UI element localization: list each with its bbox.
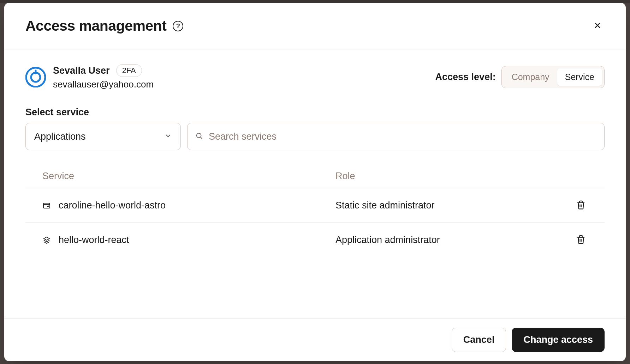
toggle-service[interactable]: Service [557, 68, 602, 86]
table-row: hello-world-react Application administra… [25, 223, 605, 257]
application-icon [42, 236, 51, 244]
modal-body: Sevalla User 2FA sevallauser@yahoo.com A… [4, 49, 626, 318]
search-icon [195, 132, 203, 141]
role-text: Application administrator [335, 235, 440, 245]
modal-header: Access management ? [4, 3, 626, 49]
select-service-label: Select service [25, 107, 605, 118]
delete-button[interactable] [574, 198, 588, 213]
search-input[interactable] [209, 131, 596, 142]
user-row: Sevalla User 2FA sevallauser@yahoo.com A… [25, 64, 605, 90]
search-container [187, 123, 605, 150]
access-level-label: Access level: [435, 72, 496, 83]
access-level-toggle: Company Service [501, 66, 605, 88]
services-table: Service Role caroline-hello-world-astro … [25, 164, 605, 257]
static-site-icon [42, 201, 51, 210]
th-role: Role [335, 171, 566, 182]
delete-button[interactable] [574, 233, 588, 247]
close-button[interactable] [590, 18, 605, 34]
dropdown-value: Applications [34, 131, 86, 142]
table-row: caroline-hello-world-astro Static site a… [25, 188, 605, 223]
badge-2fa: 2FA [116, 64, 142, 77]
table-header: Service Role [25, 164, 605, 188]
chevron-down-icon [164, 132, 172, 141]
th-service: Service [42, 171, 335, 182]
trash-icon [576, 206, 586, 211]
svg-rect-4 [43, 203, 50, 208]
service-name: caroline-hello-world-astro [59, 200, 166, 211]
help-icon[interactable]: ? [173, 21, 183, 31]
modal-title: Access management [25, 18, 166, 34]
svg-point-2 [197, 133, 201, 138]
svg-line-3 [201, 137, 202, 139]
service-type-dropdown[interactable]: Applications [25, 123, 181, 150]
access-management-modal: Access management ? Sevall [4, 3, 626, 361]
role-text: Static site administrator [335, 200, 435, 211]
trash-icon [576, 241, 586, 246]
service-name: hello-world-react [59, 235, 129, 245]
modal-footer: Cancel Change access [4, 318, 626, 361]
cancel-button[interactable]: Cancel [452, 328, 506, 352]
close-icon [593, 21, 602, 31]
user-name: Sevalla User [53, 65, 110, 76]
user-email: sevallauser@yahoo.com [53, 79, 154, 90]
toggle-company[interactable]: Company [504, 68, 557, 86]
avatar [25, 67, 46, 87]
change-access-button[interactable]: Change access [512, 328, 605, 352]
